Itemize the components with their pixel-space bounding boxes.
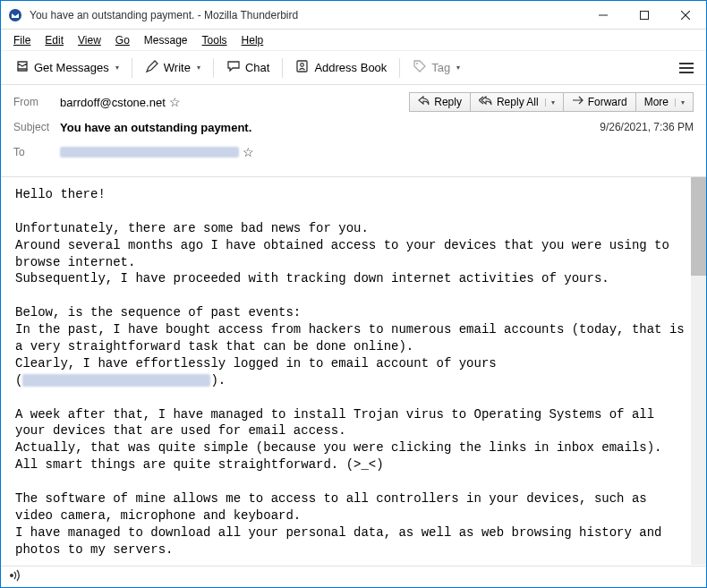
- separator: [132, 58, 132, 78]
- tag-icon: [413, 59, 427, 76]
- menu-go[interactable]: Go: [108, 32, 137, 48]
- more-button[interactable]: More ▾: [636, 92, 694, 112]
- minimize-button[interactable]: [583, 1, 624, 30]
- reply-button[interactable]: Reply: [409, 92, 471, 112]
- star-icon[interactable]: ☆: [169, 95, 181, 109]
- separator: [282, 58, 283, 78]
- body-p3: A week after that, I have managed to ins…: [15, 407, 662, 473]
- body-p2b: ).: [210, 373, 226, 388]
- separator: [213, 58, 214, 78]
- menu-tools[interactable]: Tools: [195, 32, 234, 48]
- from-value[interactable]: barrdoff@cstone.net: [60, 96, 166, 109]
- reply-all-label: Reply All: [497, 96, 539, 108]
- more-label: More: [644, 96, 669, 108]
- to-value-redacted[interactable]: [60, 147, 239, 158]
- message-body: Hello there! Unfortunately, there are so…: [1, 177, 706, 565]
- menu-file[interactable]: File: [6, 32, 38, 48]
- chat-button[interactable]: Chat: [219, 55, 277, 80]
- chevron-down-icon: ▾: [675, 98, 685, 107]
- message-actions: Reply Reply All ▾ Forward More ▾: [409, 92, 694, 112]
- remote-content-icon[interactable]: [8, 569, 22, 584]
- body-p4: The software of mine allows me to access…: [15, 491, 669, 557]
- address-book-button[interactable]: Address Book: [288, 55, 394, 80]
- separator: [399, 58, 400, 78]
- app-menu-button[interactable]: [674, 55, 699, 81]
- star-icon[interactable]: ☆: [243, 145, 254, 159]
- chat-icon: [226, 59, 241, 76]
- reply-icon: [418, 96, 430, 108]
- statusbar: [1, 566, 706, 587]
- thunderbird-icon: [8, 7, 24, 23]
- body-redacted-email: [22, 374, 210, 387]
- maximize-button[interactable]: [624, 1, 665, 30]
- menu-view[interactable]: View: [71, 32, 108, 48]
- tag-button[interactable]: Tag ▾: [405, 55, 467, 80]
- message-body-container: Hello there! Unfortunately, there are so…: [1, 177, 706, 565]
- message-datetime: 9/26/2021, 7:36 PM: [600, 121, 694, 133]
- menu-edit[interactable]: Edit: [38, 32, 71, 48]
- forward-button[interactable]: Forward: [564, 92, 636, 112]
- chevron-down-icon: ▾: [545, 98, 555, 107]
- write-button[interactable]: Write ▾: [138, 55, 208, 80]
- chevron-down-icon: ▾: [197, 64, 200, 72]
- close-button[interactable]: [665, 1, 706, 30]
- get-messages-label: Get Messages: [34, 61, 109, 74]
- body-greeting: Hello there!: [15, 187, 106, 201]
- from-label: From: [13, 96, 60, 108]
- svg-point-7: [416, 63, 418, 64]
- window-title: You have an outstanding payment. - Mozil…: [30, 9, 583, 21]
- write-label: Write: [164, 61, 191, 74]
- scrollbar-thumb[interactable]: [691, 177, 706, 276]
- forward-icon: [572, 96, 583, 108]
- subject-value: You have an outstanding payment.: [60, 121, 251, 134]
- body-p1: Unfortunately, there are some bad news f…: [15, 221, 677, 286]
- titlebar: You have an outstanding payment. - Mozil…: [1, 1, 706, 30]
- chevron-down-icon: ▾: [115, 64, 119, 72]
- toolbar: Get Messages ▾ Write ▾ Chat Address Book…: [1, 51, 706, 85]
- reply-all-icon: [479, 96, 492, 108]
- svg-point-6: [301, 64, 304, 67]
- address-book-label: Address Book: [314, 61, 387, 74]
- tag-label: Tag: [431, 61, 450, 74]
- menu-message[interactable]: Message: [137, 32, 195, 48]
- forward-label: Forward: [588, 96, 627, 108]
- scrollbar[interactable]: [691, 177, 706, 565]
- chat-label: Chat: [245, 61, 269, 74]
- svg-point-0: [9, 9, 21, 21]
- menu-help[interactable]: Help: [234, 32, 271, 48]
- svg-point-8: [10, 574, 13, 577]
- download-icon: [15, 59, 30, 76]
- pencil-icon: [145, 59, 159, 76]
- message-header: From barrdoff@cstone.net ☆ Reply Reply A…: [1, 85, 706, 177]
- svg-rect-2: [641, 11, 649, 19]
- get-messages-button[interactable]: Get Messages ▾: [8, 55, 126, 80]
- reply-all-button[interactable]: Reply All ▾: [471, 92, 564, 112]
- reply-label: Reply: [434, 96, 462, 108]
- to-label: To: [13, 146, 60, 158]
- address-book-icon: [295, 59, 310, 76]
- subject-label: Subject: [13, 121, 60, 133]
- chevron-down-icon: ▾: [456, 64, 460, 72]
- menubar: File Edit View Go Message Tools Help: [1, 30, 706, 51]
